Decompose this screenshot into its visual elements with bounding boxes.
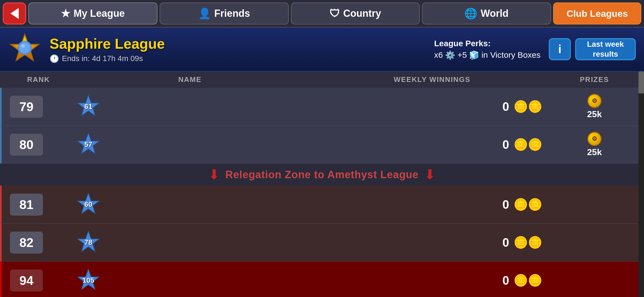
- player-star-81: 60: [76, 192, 101, 217]
- table-row-current-user: 94 105 0 🪙🪙: [0, 262, 644, 297]
- winnings-cell-82: 0 🪙🪙: [312, 236, 553, 249]
- player-level-79: 61: [84, 102, 92, 111]
- star-icon: ★: [61, 7, 70, 20]
- club-leagues-button[interactable]: Club Leagues: [553, 2, 641, 24]
- player-star-82: 78: [76, 230, 101, 255]
- rank-cell-80: 80: [10, 134, 70, 156]
- tab-my-league[interactable]: ★ My League: [28, 2, 157, 24]
- back-button[interactable]: [3, 2, 26, 24]
- last-week-button[interactable]: Last week results: [575, 38, 636, 60]
- name-cell-79: 61: [70, 94, 312, 119]
- clock-icon: 🕐: [50, 54, 59, 63]
- coins-icon-81: 🪙🪙: [514, 198, 542, 211]
- world-label: World: [481, 8, 508, 19]
- info-button[interactable]: i: [549, 38, 571, 60]
- rank-value: 82: [10, 232, 43, 254]
- winnings-cell-79: 0 🪙🪙: [312, 100, 553, 114]
- my-league-label: My League: [73, 8, 125, 19]
- svg-marker-0: [10, 8, 19, 19]
- player-level-82: 78: [84, 238, 92, 247]
- perks-plus5: +5: [457, 50, 467, 60]
- rank-value: 94: [10, 270, 43, 292]
- header-name: NAME: [69, 75, 311, 84]
- header-winnings: WEEKLY WINNINGS: [311, 75, 553, 84]
- perks-label: League Perks:: [434, 39, 491, 48]
- rank-value: 81: [10, 194, 43, 216]
- rank-cell-81: 81: [10, 194, 70, 216]
- club-leagues-label: Club Leagues: [567, 8, 628, 19]
- winnings-value-79: 0: [503, 100, 509, 114]
- coins-icon-80: 🪙🪙: [514, 138, 542, 151]
- table-row: 82 78 0 🪙🪙: [0, 224, 644, 262]
- prize-value-80: 25k: [587, 147, 602, 157]
- perks-x6: x6: [434, 50, 443, 60]
- winnings-value-82: 0: [503, 236, 509, 249]
- player-star-80: 57: [76, 132, 101, 157]
- table-row: 80 57 0 🪙🪙 ⚙ 25k: [0, 126, 644, 164]
- player-star-94: 105: [76, 268, 101, 293]
- svg-point-3: [19, 42, 30, 53]
- scrollbar-thumb[interactable]: [638, 72, 644, 94]
- tab-country[interactable]: 🛡 Country: [291, 2, 420, 24]
- scrollbar[interactable]: [638, 72, 644, 297]
- rank-cell-82: 82: [10, 232, 70, 254]
- country-label: Country: [343, 8, 381, 19]
- league-name: Sapphire League: [50, 35, 426, 52]
- top-navigation: ★ My League 👤 Friends 🛡 Country 🌐 World …: [0, 0, 644, 28]
- player-level-80: 57: [84, 140, 92, 149]
- prize-coin-79: ⚙: [587, 94, 602, 108]
- prizes-cell-79: ⚙ 25k: [553, 94, 636, 119]
- rank-value: 80: [10, 134, 43, 156]
- table-header: RANK NAME WEEKLY WINNINGS PRIZES: [0, 72, 644, 88]
- league-header: Sapphire League 🕐 Ends in: 4d 17h 4m 09s…: [0, 28, 644, 72]
- winnings-value-81: 0: [503, 198, 509, 211]
- player-level-94: 105: [82, 276, 94, 285]
- gear-icon: ⚙️: [445, 50, 455, 60]
- tab-world[interactable]: 🌐 World: [422, 2, 551, 24]
- tab-friends[interactable]: 👤 Friends: [160, 2, 289, 24]
- relegation-arrow-left: ⬇: [208, 167, 220, 183]
- name-cell-80: 57: [70, 132, 312, 157]
- player-star-79: 61: [76, 94, 101, 119]
- header-rank: RANK: [8, 75, 69, 84]
- winnings-cell-81: 0 🪙🪙: [312, 198, 553, 211]
- rank-cell-94: 94: [10, 270, 70, 292]
- table-row: 79 61 0 🪙🪙 ⚙ 25k: [0, 88, 644, 126]
- relegation-text: Relegation Zone to Amethyst League: [225, 169, 419, 181]
- friends-label: Friends: [214, 8, 250, 19]
- player-level-81: 60: [84, 200, 92, 209]
- winnings-value-94: 0: [503, 274, 509, 287]
- league-star-icon: [8, 33, 41, 66]
- prizes-cell-80: ⚙ 25k: [553, 132, 636, 157]
- timer-value: Ends in: 4d 17h 4m 09s: [62, 54, 143, 63]
- perks-text: in Victory Boxes: [481, 50, 541, 60]
- rank-value: 79: [10, 96, 43, 118]
- winnings-value-80: 0: [503, 138, 509, 152]
- table-row: 81 60 0 🪙🪙: [0, 186, 644, 224]
- prize-value-79: 25k: [587, 109, 602, 119]
- svg-point-4: [21, 44, 25, 48]
- league-perks: League Perks: x6 ⚙️ +5 🧊 in Victory Boxe…: [434, 39, 541, 60]
- coins-icon-82: 🪙🪙: [514, 236, 542, 249]
- rank-cell-79: 79: [10, 96, 70, 118]
- league-info: Sapphire League 🕐 Ends in: 4d 17h 4m 09s: [50, 35, 426, 63]
- prize-coin-80: ⚙: [587, 132, 602, 146]
- coins-icon-94: 🪙🪙: [514, 274, 542, 287]
- perks-value: x6 ⚙️ +5 🧊 in Victory Boxes: [434, 50, 541, 60]
- friends-icon: 👤: [198, 7, 211, 20]
- winnings-cell-80: 0 🪙🪙: [312, 138, 553, 152]
- name-cell-94: 105: [70, 268, 312, 293]
- coins-icon-79: 🪙🪙: [514, 100, 542, 113]
- league-timer: 🕐 Ends in: 4d 17h 4m 09s: [50, 54, 426, 63]
- globe-icon: 🌐: [464, 7, 477, 20]
- header-prizes: PRIZES: [553, 75, 636, 84]
- league-buttons: i Last week results: [549, 38, 636, 60]
- name-cell-82: 78: [70, 230, 312, 255]
- relegation-zone-banner: ⬇ Relegation Zone to Amethyst League ⬇: [0, 164, 644, 186]
- info-label: i: [558, 43, 561, 56]
- last-week-label: Last week results: [587, 39, 624, 59]
- relegation-arrow-right: ⬇: [424, 167, 436, 183]
- winnings-cell-94: 0 🪙🪙: [312, 274, 553, 287]
- shield-icon: 🛡: [329, 8, 340, 20]
- box-icon: 🧊: [469, 50, 479, 60]
